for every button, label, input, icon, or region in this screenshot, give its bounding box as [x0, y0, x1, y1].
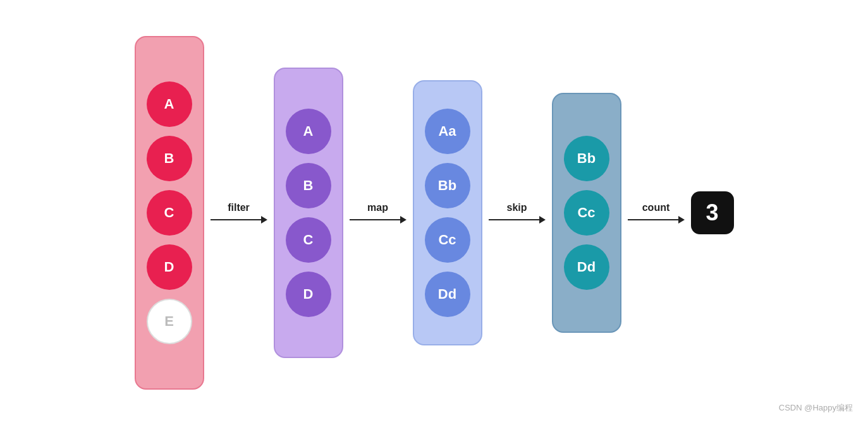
- source-column: A B C D E: [135, 36, 204, 390]
- map-arrow-head: [400, 216, 406, 224]
- count-label: count: [642, 202, 670, 213]
- skip-item-dd: Dd: [564, 244, 609, 290]
- pipeline-diagram: A B C D E filter A B C D map Aa Bb Cc Dd…: [135, 36, 734, 390]
- map-connector: map: [343, 202, 413, 224]
- map-item-aa: Aa: [425, 109, 470, 154]
- map-arrow-shaft: [350, 219, 400, 220]
- filter-connector: filter: [204, 202, 274, 224]
- result-value: 3: [706, 200, 718, 226]
- skip-connector: skip: [482, 202, 552, 224]
- skip-item-cc: Cc: [564, 190, 609, 236]
- skip-arrow: [489, 216, 546, 224]
- filter-arrow-shaft: [211, 219, 261, 220]
- map-item-bb: Bb: [425, 163, 470, 208]
- filter-arrow: [211, 216, 267, 224]
- map-label: map: [367, 202, 388, 213]
- filter-item-b: B: [286, 163, 331, 208]
- source-item-c: C: [147, 190, 192, 236]
- map-item-cc: Cc: [425, 217, 470, 263]
- count-connector: count: [621, 202, 691, 224]
- skip-arrow-shaft: [489, 219, 539, 220]
- skip-column: Bb Cc Dd: [552, 93, 621, 333]
- filter-item-a: A: [286, 109, 331, 154]
- filter-item-c: C: [286, 217, 331, 263]
- skip-item-bb: Bb: [564, 136, 609, 181]
- source-item-b: B: [147, 136, 192, 181]
- result-box: 3: [691, 191, 734, 234]
- filter-item-d: D: [286, 272, 331, 317]
- map-item-dd: Dd: [425, 272, 470, 317]
- filter-column: A B C D: [274, 68, 343, 358]
- filter-arrow-head: [261, 216, 267, 224]
- skip-arrow-head: [539, 216, 546, 224]
- count-arrow: [628, 216, 685, 224]
- source-item-d: D: [147, 244, 192, 290]
- map-arrow: [350, 216, 406, 224]
- count-arrow-head: [678, 216, 685, 224]
- watermark: CSDN @Happy编程: [779, 402, 853, 414]
- count-arrow-shaft: [628, 219, 678, 220]
- skip-label: skip: [506, 202, 527, 213]
- filter-label: filter: [228, 202, 250, 213]
- source-item-e: E: [147, 299, 192, 344]
- source-item-a: A: [147, 81, 192, 127]
- map-column: Aa Bb Cc Dd: [413, 80, 482, 345]
